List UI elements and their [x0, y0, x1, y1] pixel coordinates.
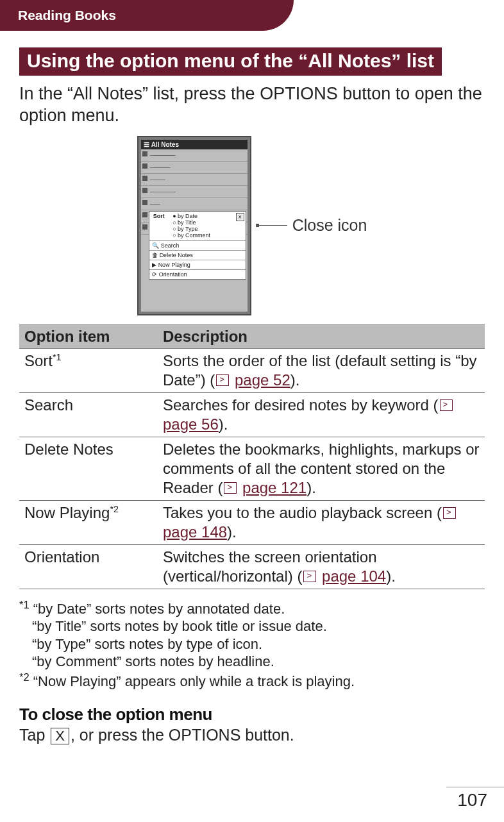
option-item: Now Playing*2 [19, 500, 158, 544]
page-ref-icon [224, 482, 237, 494]
popup-sort-row: Sort ● by Date ○ by Title ○ by Type ○ by… [149, 212, 246, 240]
page-link[interactable]: page 56 [163, 415, 219, 433]
page-link[interactable]: page 121 [242, 479, 307, 496]
callout-line [258, 225, 287, 226]
footnotes: *1 “by Date” sorts notes by annotated da… [19, 598, 485, 691]
chapter-title: Reading Books [18, 8, 116, 23]
option-description: Switches the screen orientation (vertica… [158, 544, 485, 589]
list-item: ————— [141, 186, 248, 198]
popup-item-label: Search [161, 242, 180, 249]
close-subheading: To close the option menu [19, 705, 485, 725]
device-title: All Notes [151, 141, 179, 148]
option-item: Orientation [19, 544, 158, 589]
options-popup: × Sort ● by Date ○ by Title ○ by Type ○ … [149, 211, 246, 280]
page-link[interactable]: page 148 [163, 523, 227, 541]
option-description: Deletes the bookmarks, highlights, marku… [158, 437, 485, 500]
chapter-band: Reading Books [0, 0, 294, 31]
page-link[interactable]: page 104 [322, 567, 386, 585]
close-instruction: Tap X, or press the OPTIONS button. [19, 726, 485, 744]
option-item: Sort*1 [19, 348, 158, 392]
device-body: ————— ———— ——— ————— —— × Sort ● by Date… [141, 149, 248, 312]
popup-item-label: Delete Notes [160, 252, 193, 258]
close-icon[interactable]: × [236, 213, 244, 221]
popup-sort-col: ● by Date ○ by Title ○ by Type ○ by Comm… [172, 213, 210, 239]
device-icon: ☰ [144, 141, 149, 148]
table-row: Sort*1 Sorts the order of the list (defa… [19, 348, 485, 392]
list-item: ———— [141, 162, 248, 174]
list-item: ————— [141, 149, 248, 162]
device-screenshot: ☰ All Notes ————— ———— ——— ————— —— × So… [137, 136, 251, 315]
callout: Close icon [258, 216, 367, 235]
table-row: Orientation Switches the screen orientat… [19, 544, 485, 589]
device-titlebar: ☰ All Notes [141, 140, 248, 149]
popup-item-search[interactable]: 🔍 Search [149, 240, 246, 250]
intro-text: In the “All Notes” list, press the OPTIO… [19, 83, 485, 127]
callout-label: Close icon [292, 216, 367, 235]
page-number-rule [446, 787, 504, 787]
option-description: Sorts the order of the list (default set… [158, 348, 485, 392]
table-row: Now Playing*2 Takes you to the audio pla… [19, 500, 485, 544]
figure-row: ☰ All Notes ————— ———— ——— ————— —— × So… [19, 136, 485, 315]
table-row: Search Searches for desired notes by key… [19, 392, 485, 437]
list-item: —— [141, 198, 248, 210]
footnote-1-line: “by Title” sorts notes by book title or … [19, 617, 485, 635]
popup-item-now-playing[interactable]: ▶ Now Playing [149, 260, 246, 269]
option-item: Search [19, 392, 158, 437]
x-key-icon: X [51, 728, 69, 744]
options-table: Option item Description Sort*1 Sorts the… [19, 324, 485, 589]
footnote-1: *1 “by Date” sorts notes by annotated da… [19, 598, 485, 618]
sort-option[interactable]: ● by Date [172, 213, 210, 219]
page-ref-icon [216, 374, 229, 386]
table-row: Delete Notes Deletes the bookmarks, high… [19, 437, 485, 500]
popup-item-delete[interactable]: 🗑 Delete Notes [149, 250, 246, 260]
sort-option[interactable]: ○ by Comment [172, 232, 210, 239]
popup-item-label: Now Playing [158, 262, 190, 268]
popup-sort-label: Sort [153, 213, 171, 219]
page-ref-icon [303, 571, 316, 582]
page-content: Using the option menu of the “All Notes”… [0, 31, 504, 744]
sort-option[interactable]: ○ by Type [172, 226, 210, 232]
list-item: ——— [141, 174, 248, 186]
footnote-2: *2 “Now Playing” appears only while a tr… [19, 671, 485, 691]
table-head-description: Description [158, 324, 485, 348]
orientation-icon: ⟳ [152, 271, 157, 278]
page-ref-icon [443, 507, 456, 519]
search-icon: 🔍 [152, 242, 159, 249]
play-icon: ▶ [152, 262, 156, 268]
option-item: Delete Notes [19, 437, 158, 500]
option-description: Searches for desired notes by keyword ( … [158, 392, 485, 437]
page-ref-icon [440, 399, 453, 411]
popup-item-orientation[interactable]: ⟳ Orientation [149, 269, 246, 279]
footnote-1-line: “by Type” sorts notes by type of icon. [19, 635, 485, 653]
page-link[interactable]: page 52 [235, 371, 290, 389]
footnote-1-line: “by Comment” sorts notes by headline. [19, 653, 485, 671]
section-heading: Using the option menu of the “All Notes”… [19, 47, 442, 76]
popup-item-label: Orientation [159, 271, 187, 278]
sort-option[interactable]: ○ by Title [172, 219, 210, 226]
option-description: Takes you to the audio playback screen (… [158, 500, 485, 544]
trash-icon: 🗑 [152, 252, 158, 258]
page-number: 107 [457, 790, 487, 810]
table-head-option: Option item [19, 324, 158, 348]
